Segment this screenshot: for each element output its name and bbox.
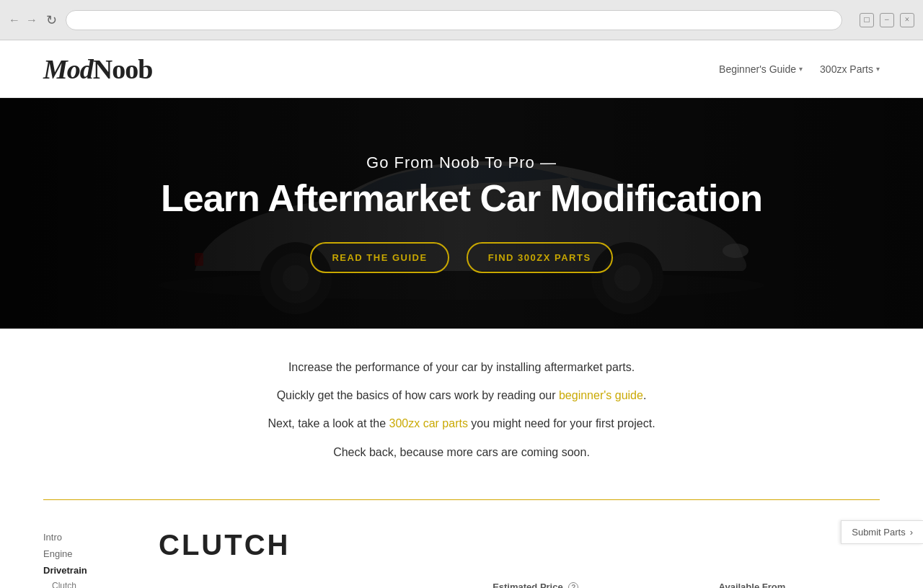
hero-content: Go From Noob To Pro — Learn Aftermarket … [161, 153, 762, 273]
sidebar-item-intro[interactable]: Intro [43, 529, 115, 545]
col-vendor: Available From [710, 576, 894, 588]
back-arrow[interactable]: ← [9, 14, 20, 27]
sidebar-item-drivetrain[interactable]: Drivetrain [43, 562, 115, 579]
reload-button[interactable]: ↻ [46, 12, 57, 28]
site-nav: Beginner's Guide ▾ 300zx Parts ▾ [719, 63, 880, 75]
col-price: Estimated Price ? [484, 576, 710, 588]
intro-line2: Quickly get the basics of how cars work … [144, 386, 779, 405]
logo-mod: Mod [43, 54, 93, 84]
intro-line4: Check back, because more cars are coming… [144, 442, 779, 462]
intro-line3: Next, take a look at the 300zx car parts… [144, 414, 779, 433]
hero-buttons: READ THE GUIDE FIND 300ZX PARTS [161, 242, 762, 273]
maximize-button[interactable]: □ [860, 13, 874, 27]
url-bar[interactable] [66, 10, 842, 30]
browser-nav-buttons: ← → ↻ [9, 12, 57, 28]
chevron-down-icon: ▾ [799, 65, 803, 73]
intro-line1: Increase the performance of your car by … [144, 357, 779, 377]
sidebar-item-engine[interactable]: Engine [43, 545, 115, 562]
close-button[interactable]: × [900, 13, 914, 27]
read-guide-button[interactable]: READ THE GUIDE [310, 242, 449, 273]
parts-table: Estimated Price ? Available From South B… [159, 576, 894, 588]
forward-arrow[interactable]: → [26, 14, 37, 27]
content-section: Intro Engine Drivetrain Clutch Clutch Fo… [0, 500, 923, 588]
car-parts-link[interactable]: 300zx car parts [389, 417, 468, 429]
find-parts-button[interactable]: FIND 300ZX PARTS [467, 242, 613, 273]
intro-section: Increase the performance of your car by … [0, 329, 923, 499]
sidebar: Intro Engine Drivetrain Clutch Clutch Fo… [0, 514, 130, 588]
arrow-icon: › [910, 527, 913, 538]
site-header: ModNoob Beginner's Guide ▾ 300zx Parts ▾ [0, 40, 923, 98]
submit-parts-button[interactable]: Submit Parts › [841, 520, 923, 544]
nav-300zx-parts[interactable]: 300zx Parts ▾ [820, 63, 880, 75]
minimize-button[interactable]: − [880, 13, 894, 27]
chevron-down-icon: ▾ [876, 65, 880, 73]
logo-noob: Noob [93, 54, 153, 84]
website: ModNoob Beginner's Guide ▾ 300zx Parts ▾ [0, 40, 923, 588]
hero-section: Go From Noob To Pro — Learn Aftermarket … [0, 98, 923, 329]
col-name [159, 576, 484, 588]
info-icon[interactable]: ? [568, 582, 578, 588]
main-content: CLUTCH Estimated Price ? Available From … [130, 514, 923, 588]
hero-subtitle: Go From Noob To Pro — [161, 153, 762, 172]
hero-title: Learn Aftermarket Car Modification [161, 178, 762, 219]
browser-chrome: ← → ↻ □ − × [0, 0, 923, 40]
sidebar-subitem-clutch[interactable]: Clutch [43, 579, 115, 588]
beginners-guide-link[interactable]: beginner's guide [559, 389, 643, 401]
window-controls: □ − × [860, 13, 914, 27]
nav-beginners-guide[interactable]: Beginner's Guide ▾ [719, 63, 803, 75]
section-title: CLUTCH [159, 529, 894, 561]
site-logo[interactable]: ModNoob [43, 53, 152, 85]
